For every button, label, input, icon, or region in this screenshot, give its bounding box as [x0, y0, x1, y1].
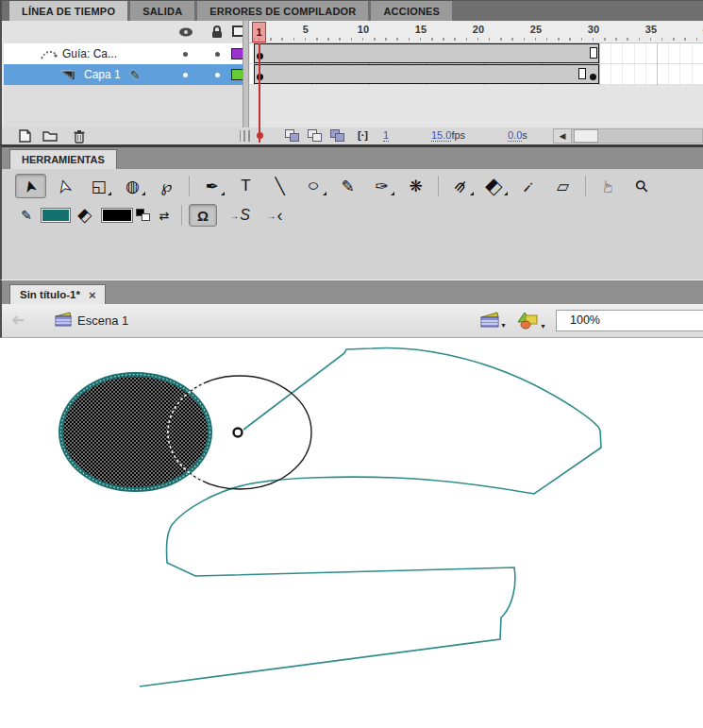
- text-tool[interactable]: T: [230, 174, 261, 198]
- layer-lock-dot[interactable]: [215, 73, 220, 77]
- selection-tool[interactable]: ➤: [15, 174, 46, 198]
- stroke-color-pencil-icon[interactable]: ✎: [15, 203, 38, 228]
- free-transform-tool[interactable]: ◱: [83, 174, 114, 198]
- spray-brush-tool[interactable]: ❋: [400, 174, 431, 198]
- scene-clapboard-icon: [55, 312, 73, 328]
- timeline-status-bar: [·] 1 15.0fps 0.0s ◀: [0, 127, 703, 144]
- paint-bucket-tool[interactable]: ◧: [479, 174, 511, 198]
- layer-name[interactable]: Capa 1: [84, 68, 121, 81]
- tab-herramientas[interactable]: HERRAMIENTAS: [9, 149, 117, 169]
- frames-row-guide[interactable]: [249, 43, 703, 64]
- onion-skin-button[interactable]: [283, 129, 302, 143]
- end-frame-marker[interactable]: [590, 47, 597, 59]
- edit-scene-button[interactable]: ▼: [479, 311, 500, 329]
- tools-row-1: ➤➤◱◍℘✒T╲○✎✑❋⋔◧¡▱☞⚲: [2, 172, 703, 200]
- frame-span[interactable]: [254, 64, 599, 84]
- line-tool[interactable]: ╲: [264, 174, 295, 198]
- new-folder-button[interactable]: [42, 129, 58, 142]
- playhead-line: [259, 43, 260, 127]
- zoom-level-field[interactable]: 100%: [556, 310, 703, 331]
- smooth-option-button[interactable]: →S: [226, 204, 254, 227]
- show-hide-all-layers-icon[interactable]: [178, 26, 193, 38]
- layer-visibility-dot[interactable]: [183, 73, 188, 77]
- playhead-status-marker[interactable]: [259, 127, 260, 143]
- status-bar-grip[interactable]: [240, 130, 251, 142]
- playhead[interactable]: 1: [252, 22, 266, 42]
- pencil-tool[interactable]: ✎: [332, 174, 363, 198]
- edit-multiple-frames-button[interactable]: [328, 129, 347, 143]
- frame-span[interactable]: [254, 43, 599, 63]
- zoom-tool[interactable]: ⚲: [627, 174, 658, 198]
- frame-rate-control[interactable]: 15.0fps: [431, 129, 465, 141]
- fill-color-bucket-icon[interactable]: ◧: [74, 203, 98, 228]
- tools-row-2: ✎ ◧ ⇄ Ω →S →‹: [2, 200, 703, 230]
- end-frame-marker[interactable]: [578, 68, 586, 79]
- snap-center-ring[interactable]: [234, 429, 243, 437]
- layer-name[interactable]: Guía: Ca...: [62, 47, 117, 60]
- 3d-rotation-tool[interactable]: ◍: [117, 174, 148, 198]
- bone-tool[interactable]: ⋔: [445, 174, 477, 198]
- new-layer-button[interactable]: [18, 129, 32, 143]
- panel-tab-acciones[interactable]: ACCIONES: [371, 1, 452, 22]
- stage-canvas[interactable]: [0, 338, 703, 728]
- stroke-color-swatch[interactable]: [41, 208, 71, 223]
- eyedropper-tool[interactable]: ¡: [513, 174, 544, 198]
- layer-list: Guía: Ca... Capa 1 ✎: [4, 21, 243, 127]
- scene-breadcrumb[interactable]: Escena 1: [77, 313, 128, 328]
- frames-empty-area: [249, 85, 703, 127]
- pen-tool[interactable]: ✒: [196, 174, 227, 198]
- delete-layer-trash-button[interactable]: [73, 129, 86, 144]
- hand-tool[interactable]: ☞: [593, 174, 624, 198]
- brush-tool[interactable]: ✑: [366, 174, 397, 198]
- onion-skin-outlines-button[interactable]: [306, 129, 325, 143]
- frames-area[interactable]: 1 510152025303540: [249, 21, 703, 127]
- swap-colors-button[interactable]: ⇄: [154, 203, 175, 228]
- layer-row-capa1[interactable]: Capa 1 ✎: [4, 64, 243, 85]
- document-tab-strip: Sin título-1* ×: [0, 279, 703, 304]
- scrollbar-thumb[interactable]: [574, 129, 598, 143]
- timeline-horizontal-scrollbar[interactable]: ◀: [553, 128, 703, 144]
- elapsed-value[interactable]: 0.0: [508, 129, 522, 142]
- ruler-frame-number: 5: [303, 24, 309, 35]
- edit-scene-icon: [479, 311, 500, 329]
- straighten-option-button[interactable]: →‹: [260, 204, 289, 227]
- document-tab[interactable]: Sin título-1* ×: [9, 284, 106, 304]
- layer-visibility-dot[interactable]: [183, 52, 188, 57]
- timeline-panel: Guía: Ca... Capa 1 ✎ 1 510152025303540: [0, 21, 703, 127]
- document-title: Sin título-1*: [20, 289, 80, 300]
- layer-row-guide[interactable]: Guía: Ca...: [4, 43, 243, 64]
- tools-panel: ➤➤◱◍℘✒T╲○✎✑❋⋔◧¡▱☞⚲ ✎ ◧ ⇄ Ω →S →‹: [0, 169, 703, 279]
- ruler-frame-number: 25: [530, 24, 542, 35]
- panel-tab-l-nea-de-tiempo[interactable]: LÍNEA DE TIEMPO: [9, 1, 127, 22]
- lasso-tool[interactable]: ℘: [151, 174, 182, 198]
- close-document-icon[interactable]: ×: [89, 290, 96, 300]
- panel-tab-salida[interactable]: SALIDA: [130, 1, 194, 22]
- panel-tab-errores-de-compilador[interactable]: ERRORES DE COMPILADOR: [197, 1, 368, 22]
- timeline-splitter[interactable]: [243, 21, 249, 127]
- pencil-drawing-path[interactable]: [140, 348, 601, 686]
- stage-drawing[interactable]: [0, 338, 703, 728]
- black-and-white-colors-button[interactable]: [136, 209, 151, 222]
- elapsed-time-control[interactable]: 0.0s: [508, 129, 527, 141]
- frames-row-capa1[interactable]: [249, 64, 703, 85]
- subselection-tool[interactable]: ➤: [49, 174, 80, 198]
- layer-list-header: [4, 21, 243, 43]
- edit-symbols-button[interactable]: ▼: [517, 311, 540, 330]
- panel-tab-strip: LÍNEA DE TIEMPOSALIDAERRORES DE COMPILAD…: [0, 0, 703, 21]
- back-arrow-icon[interactable]: ➜: [11, 311, 25, 330]
- lock-unlock-all-layers-icon[interactable]: [210, 25, 224, 39]
- oval-tool[interactable]: ○: [298, 174, 329, 198]
- layer-lock-dot[interactable]: [215, 52, 220, 57]
- snap-to-objects-magnet-button[interactable]: Ω: [189, 204, 217, 227]
- modify-markers-button[interactable]: [·]: [358, 129, 368, 141]
- current-frame-value[interactable]: 1: [383, 129, 389, 142]
- eraser-tool[interactable]: ▱: [547, 174, 578, 198]
- tools-divider: [585, 176, 586, 196]
- fps-value[interactable]: 15.0: [431, 129, 451, 142]
- tools-divider: [438, 176, 439, 196]
- ruler-ticks: [249, 38, 703, 41]
- motion-guide-layer-icon: [40, 47, 59, 61]
- fill-color-swatch[interactable]: [101, 208, 133, 223]
- scrollbar-left-arrow[interactable]: ◀: [554, 129, 572, 143]
- timeline-ruler[interactable]: 1 510152025303540: [249, 21, 703, 43]
